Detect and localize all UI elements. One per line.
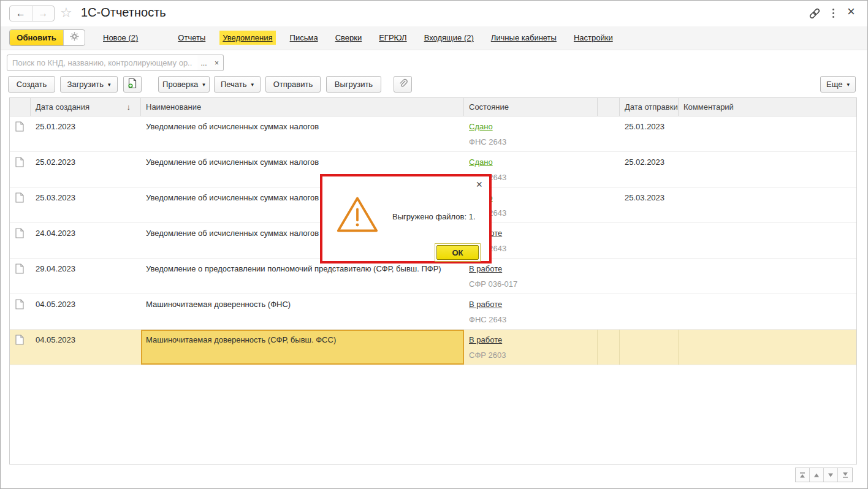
tab-incoming[interactable]: Входящие (2) [421,31,477,45]
tab-settings[interactable]: Настройки [571,31,616,45]
row-name: Уведомление об исчисленных суммах налого… [141,116,464,151]
tab-bar: Обновить Новое (2) Отчеты Уведомления Пи… [1,26,867,50]
row-state-cell: В работе ФНС 2643 [464,294,598,329]
row-comment [679,188,856,222]
row-comment [679,116,856,151]
row-org-code: ФНС 2643 [469,137,593,146]
row-date-created: 25.02.2023 [31,152,141,187]
row-state-link[interactable]: В работе [469,264,593,273]
refresh-button[interactable]: Обновить [10,30,64,45]
header-date-sent[interactable]: Дата отправки [620,98,679,116]
attachments-button[interactable] [394,76,412,93]
title-bar: ← → ☆ 1С-Отчетность × [1,1,867,26]
favorite-star-icon[interactable]: ☆ [60,5,72,21]
row-date-created: 25.03.2023 [31,188,141,222]
row-state-link[interactable]: В работе [469,335,592,344]
row-org-code: СФР 2603 [469,351,592,360]
ok-button-focus-ring: ОК [435,243,481,262]
row-org-code: СФР 036-017 [469,279,593,289]
scroll-down-button[interactable] [824,468,838,482]
row-date-created: 25.01.2023 [31,116,141,151]
scroll-up-button[interactable] [810,468,824,482]
row-date-sent [620,330,679,365]
tab-personal-accounts[interactable]: Личные кабинеты [488,31,560,45]
toolbar: Создать Загрузить▾ Проверка▾ Печать▾ Отп… [1,75,867,94]
get-link-icon[interactable] [807,6,822,23]
tab-reconciliations[interactable]: Сверки [332,31,365,45]
more-button[interactable]: Еще▾ [820,76,856,93]
tab-new[interactable]: Новое (2) [100,31,141,45]
row-state-link[interactable]: Сдано [469,157,593,167]
scroll-to-bottom-button[interactable] [838,468,852,482]
search-options-button[interactable]: ... [197,55,211,71]
create-button[interactable]: Создать [8,76,55,93]
tab-egrul[interactable]: ЕГРЮЛ [376,31,409,45]
table-row[interactable]: 25.01.2023 Уведомление об исчисленных су… [10,116,856,152]
table-row[interactable]: 04.05.2023 Машиночитаемая доверенность (… [10,294,856,330]
search-clear-button[interactable]: × [210,55,224,71]
send-button[interactable]: Отправить [265,76,321,93]
row-date-sent: 25.02.2023 [620,152,679,187]
documents-list: Дата создания ↓ Наименование Состояние Д… [9,97,857,464]
sort-desc-icon: ↓ [127,102,131,116]
row-document-icon [10,152,31,187]
row-document-icon [10,259,31,294]
search-input[interactable] [7,55,198,71]
history-nav-group: ← → [9,6,55,21]
row-date-sent: 25.03.2023 [620,188,679,222]
row-date-sent [620,223,679,258]
header-state[interactable]: Состояние [464,98,598,116]
load-button[interactable]: Загрузить▾ [60,76,118,93]
row-comment [679,152,856,187]
row-date-sent [620,259,679,294]
row-document-icon [10,223,31,258]
forward-button[interactable]: → [32,6,55,21]
row-state-link[interactable]: Сдано [469,122,593,131]
print-button[interactable]: Печать▾ [214,76,261,93]
warning-icon [336,195,379,237]
row-empty-cell [598,152,620,187]
row-state-cell: В работе СФР 036-017 [464,259,598,294]
chevron-down-icon: ▾ [847,82,850,88]
load-from-file-button[interactable] [123,76,142,93]
header-label: Дата создания [36,102,89,116]
table-row[interactable]: 29.04.2023 Уведомление о предоставлении … [10,259,856,294]
header-date-created[interactable]: Дата создания ↓ [31,98,141,116]
row-comment [679,294,856,329]
tab-letters[interactable]: Письма [287,31,321,45]
refresh-settings-button[interactable] [64,30,85,45]
tab-strip: Новое (2) Отчеты Уведомления Письма Свер… [100,29,616,46]
list-scroll-nav [795,468,853,482]
row-state-link[interactable]: В работе [469,300,593,309]
export-button[interactable]: Выгрузить [326,76,381,93]
ok-button[interactable]: ОК [436,245,479,260]
row-date-created: 29.04.2023 [31,259,141,294]
back-button[interactable]: ← [10,6,32,21]
dialog-close-icon[interactable]: × [476,178,482,191]
tab-reports[interactable]: Отчеты [175,31,208,45]
row-empty-cell [598,116,620,151]
more-menu-icon[interactable] [832,9,834,20]
row-comment [679,223,856,258]
check-button[interactable]: Проверка▾ [158,76,210,93]
row-date-created: 04.05.2023 [31,330,141,365]
table-row[interactable]: 04.05.2023 Машиночитаемая доверенность (… [10,330,856,365]
tab-notifications[interactable]: Уведомления [219,31,275,45]
row-state-cell: Сдано ФНС 2643 [464,116,598,151]
row-document-icon [10,116,31,151]
row-date-sent: 25.01.2023 [620,116,679,151]
header-name[interactable]: Наименование [141,98,464,116]
refresh-split-button: Обновить [9,29,85,46]
row-name: Машиночитаемая доверенность (ФНС) [141,294,464,329]
app-window: ← → ☆ 1С-Отчетность × Обновить [0,0,868,489]
header-comment[interactable]: Комментарий [679,98,856,116]
dialog-message: Выгружено файлов: 1. [392,212,476,221]
row-name: Уведомление о предоставлении полномочий … [141,259,464,294]
paperclip-icon [398,78,408,90]
row-date-created: 04.05.2023 [31,294,141,329]
close-icon[interactable]: × [847,4,855,20]
row-state-cell: В работе СФР 2603 [464,330,598,365]
scroll-to-top-button[interactable] [796,468,810,482]
row-document-icon [10,188,31,222]
row-empty-cell [598,259,620,294]
